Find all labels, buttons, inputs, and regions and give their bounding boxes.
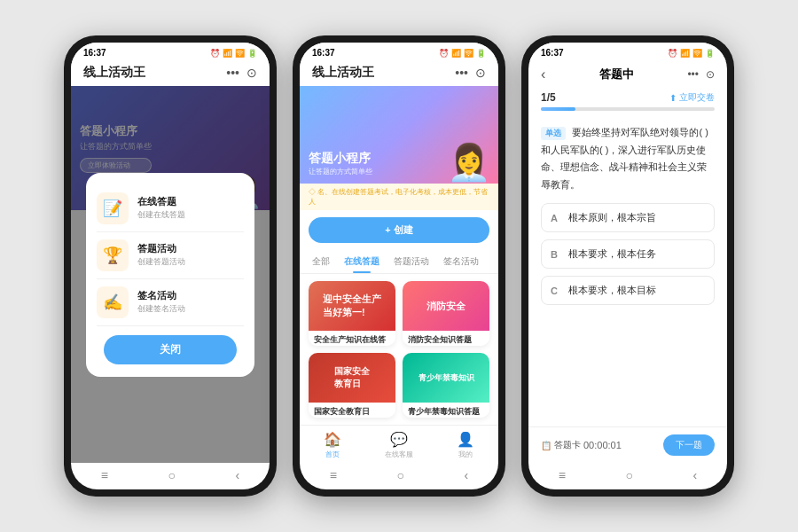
nav-back-icon-2[interactable]: ‹ [465, 468, 469, 482]
modal-item-quiz[interactable]: 📝 在线答题 创建在线答题 [97, 185, 244, 232]
question-header: 单选 要始终坚持对军队绝对领导的( )和人民军队的( )，深入进行军队历史使命、… [541, 123, 715, 192]
more-icon-3[interactable]: ••• [687, 68, 699, 81]
quiz-sub: 创建在线答题 [137, 209, 185, 221]
service-icon: 💬 [390, 431, 408, 448]
phone-nav-1: ≡ ○ ‹ [71, 463, 270, 489]
time-1: 16:37 [83, 48, 106, 58]
banner-figure-2: 👩‍💼 [447, 142, 491, 184]
card-national-info: 国家安全教育日 [309, 403, 395, 418]
card-antidrug[interactable]: 青少年禁毒知识 青少年禁毒知识答题 [403, 353, 489, 418]
card-safety-img: 迎中安全生产当好第一! [309, 281, 395, 331]
sign-icon: ✍️ [97, 286, 129, 318]
nav-home[interactable]: 🏠 首页 [300, 431, 366, 459]
phone-2: 16:37 ⏰ 📶 🛜 🔋 线上活动王 ••• ⊙ 答题小程序 让答题的方式简单… [293, 35, 505, 497]
sign-sub: 创建签名活动 [137, 303, 185, 315]
quiz-header: ‹ 答题中 ••• ⊙ [528, 61, 727, 88]
answer-card-label: 答题卡 [554, 439, 581, 451]
phone-3: 16:37 ⏰ 📶 🛜 🔋 ‹ 答题中 ••• ⊙ 1/5 ⬆ [521, 35, 734, 497]
upload-icon: ⬆ [669, 93, 677, 103]
nav-service[interactable]: 💬 在线客服 [366, 431, 433, 459]
option-c[interactable]: C 根本要求，根本目标 [541, 276, 715, 305]
quiz-screen: 1/5 ⬆ 立即交卷 单选 要始终坚持对军队绝对领导的( )和人民军队的( )，… [528, 88, 727, 463]
timer-display: 00:00:01 [583, 440, 622, 450]
card-national-img: 国家安全教育日 [309, 353, 395, 403]
status-icons-1: ⏰ 📶 🛜 🔋 [210, 49, 257, 58]
nav-menu-icon[interactable]: ≡ [101, 468, 108, 482]
wifi-icon-2: 🛜 [464, 49, 473, 58]
nav-profile-label: 我的 [458, 450, 473, 459]
back-button[interactable]: ‹ [541, 66, 545, 82]
tab-bar: 全部 在线答题 答题活动 签名活动 [300, 250, 498, 274]
modal-overlay: 📝 在线答题 创建在线答题 🏆 答题活动 创建答题活动 [71, 86, 270, 463]
progress-count: 1/5 [541, 91, 556, 104]
options-list: A 根本原则，根本宗旨 B 根本要求，根本任务 C 根本要求，根本目标 [541, 203, 715, 305]
quiz-icon: 📝 [97, 192, 129, 224]
nav-home-icon-2[interactable]: ○ [397, 468, 404, 482]
tab-all[interactable]: 全部 [305, 250, 337, 273]
card-fire-info: 消防安全知识答题 创建者：晓阳 [403, 331, 489, 346]
target-icon[interactable]: ⊙ [246, 66, 257, 80]
nav-back-icon[interactable]: ‹ [236, 468, 240, 482]
phone2-banner-text: 答题小程序 让答题的方式简单些 [309, 151, 372, 176]
phone2-banner-title: 答题小程序 [309, 151, 372, 167]
activity-title: 答题活动 [137, 242, 185, 255]
modal-item-activity[interactable]: 🏆 答题活动 创建答题活动 [97, 232, 244, 279]
nav-profile[interactable]: 👤 我的 [432, 431, 498, 459]
card-fire-img: 消防安全 [403, 281, 489, 331]
option-c-text: 根本要求，根本目标 [568, 284, 656, 297]
create-button[interactable]: + 创建 [309, 217, 489, 243]
option-c-letter: C [551, 286, 561, 296]
phone-1: 16:37 ⏰ 📶 🛜 🔋 线上活动王 ••• ⊙ 答题小程序 让答题的方式简单 [64, 35, 277, 497]
more-icon-2[interactable]: ••• [455, 66, 468, 80]
tab-sign[interactable]: 签名活动 [436, 250, 486, 273]
option-a-text: 根本原则，根本宗旨 [568, 211, 656, 224]
target-icon-3[interactable]: ⊙ [706, 68, 715, 81]
option-a[interactable]: A 根本原则，根本宗旨 [541, 203, 715, 232]
nav-home-icon-3[interactable]: ○ [626, 468, 633, 482]
tab-quiz-activity[interactable]: 答题活动 [387, 250, 436, 273]
nav-menu-icon-2[interactable]: ≡ [330, 468, 337, 482]
app-header-1: 线上活动王 ••• ⊙ [71, 61, 270, 86]
close-button[interactable]: 关闭 [104, 335, 237, 364]
sign-title: 签名活动 [137, 289, 185, 302]
activity-sub: 创建答题活动 [137, 256, 185, 268]
submit-button[interactable]: ⬆ 立即交卷 [669, 91, 715, 104]
quiz-footer: 📋 答题卡 00:00:01 下一题 [528, 426, 727, 463]
battery-icon-2: 🔋 [476, 49, 486, 58]
phone2-banner-sub: 让答题的方式简单些 [309, 167, 372, 176]
modal-item-sign[interactable]: ✍️ 签名活动 创建签名活动 [97, 279, 244, 326]
option-b[interactable]: B 根本要求，根本任务 [541, 239, 715, 269]
tab-online-quiz[interactable]: 在线答题 [337, 250, 387, 273]
nav-menu-icon-3[interactable]: ≡ [559, 468, 566, 482]
modal-box: 📝 在线答题 创建在线答题 🏆 答题活动 创建答题活动 [86, 173, 254, 377]
nav-back-icon-3[interactable]: ‹ [693, 468, 698, 482]
card-national[interactable]: 国家安全教育日 国家安全教育日 [309, 353, 395, 418]
card-safety[interactable]: 迎中安全生产当好第一! 安全生产知识在线答题 创建者：雷子 [309, 281, 395, 346]
header-icons-2: ••• ⊙ [455, 66, 486, 80]
home-icon: 🏠 [324, 431, 341, 448]
nav-home-icon[interactable]: ○ [168, 468, 176, 482]
modal-item-info-quiz: 在线答题 创建在线答题 [137, 195, 185, 221]
app-title-1: 线上活动王 [83, 65, 145, 81]
card-fire-title: 消防安全知识答题 [408, 334, 484, 346]
target-icon-2[interactable]: ⊙ [475, 66, 486, 80]
wifi-icon: 🛜 [235, 49, 245, 58]
option-b-letter: B [551, 249, 561, 260]
signal-icon-3: 📶 [680, 49, 690, 58]
card-safety-info: 安全生产知识在线答题 创建者：雷子 [309, 331, 395, 346]
next-button[interactable]: 下一题 [663, 434, 715, 456]
status-icons-3: ⏰ 📶 🛜 🔋 [668, 49, 715, 58]
card-fire[interactable]: 消防安全 消防安全知识答题 创建者：晓阳 [403, 281, 489, 346]
answer-card-icon: 📋 [541, 441, 552, 450]
notice-bar: ◇ 名、在线创建答题考试，电子化考核，成本更低，节省人 [300, 184, 498, 210]
alarm-icon: ⏰ [210, 49, 220, 58]
progress-bar-container [541, 107, 715, 111]
answer-card-button[interactable]: 📋 答题卡 00:00:01 [541, 439, 622, 451]
card-safety-title: 安全生产知识在线答题 [314, 334, 390, 346]
option-a-letter: A [551, 213, 561, 223]
option-b-text: 根本要求，根本任务 [568, 247, 656, 261]
more-icon[interactable]: ••• [226, 66, 239, 80]
modal-item-info-activity: 答题活动 创建答题活动 [137, 242, 185, 268]
battery-icon: 🔋 [247, 49, 257, 58]
signal-icon: 📶 [223, 49, 232, 58]
